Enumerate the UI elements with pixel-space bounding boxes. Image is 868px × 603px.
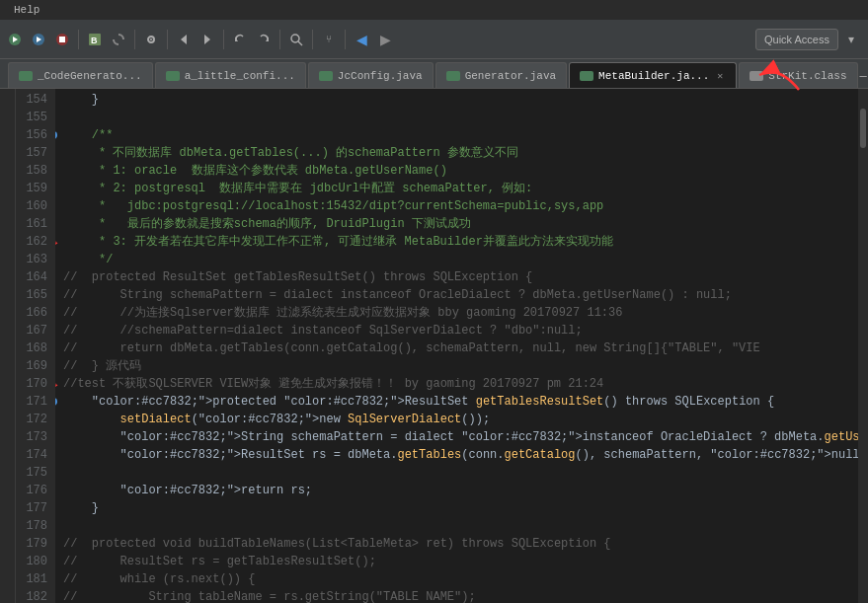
code-line-178 [63,517,858,535]
code-line-175 [63,464,858,482]
tabs-bar: _CodeGenerato... a_little_confi... JcCon… [0,59,868,89]
tab-2[interactable]: JcConfig.java [308,62,434,88]
code-line-169: // } 源代码 [63,357,858,375]
tab-icon-3 [446,71,460,81]
tab-close-4[interactable]: ✕ [714,70,726,82]
svg-text:B: B [91,36,98,45]
code-line-162: → * 3: 开发者若在其它库中发现工作不正常, 可通过继承 MetaBuild… [63,233,858,251]
minimize-btn[interactable]: — [860,70,867,84]
code-line-164: // protected ResultSet getTablesResultSe… [63,268,858,286]
quick-access-button[interactable]: Quick Access [755,29,838,50]
stop-btn[interactable] [51,29,73,50]
code-line-182: // String tableName = rs.getString("TABL… [63,588,858,603]
toolbar: B ⑂ ◀ ▶ Quick [0,20,868,59]
quick-access-label: Quick Access [764,34,829,45]
code-line-176: "color:#cc7832;">return rs; [63,482,858,499]
tab-icon-0 [19,71,33,81]
code-line-156: /** [63,126,858,144]
menu-help[interactable]: Help [8,2,45,18]
code-content-159: * 2: postgresql 数据库中需要在 jdbcUrl中配置 schem… [63,180,532,197]
code-line-165: // String schemaPattern = dialect instan… [63,286,858,304]
tab-4[interactable]: MetaBuilder.ja... ✕ [569,62,737,88]
code-content-176: "color:#cc7832;">return rs; [63,482,312,499]
code-content-174: "color:#cc7832;">ResultSet rs = dbMeta.g… [63,446,858,464]
tab-3[interactable]: Generator.java [435,62,567,88]
code-content-168: // return dbMeta.getTables(conn.getCatal… [63,339,760,357]
code-content-154: } [63,91,99,109]
run-btn[interactable] [4,29,26,50]
code-content-172: setDialect("color:#cc7832;">new SqlServe… [63,411,490,428]
code-content-158: * 1: oracle 数据库这个参数代表 dbMeta.getUserName… [63,162,447,180]
code-line-177: } [63,499,858,517]
more-btn[interactable]: ▾ [840,29,862,50]
scrollbar-vertical[interactable] [858,89,868,603]
code-content-167: // //schemaPattern=dialect instanceof Sq… [63,322,583,339]
code-line-154: } [63,91,858,109]
sep7 [345,30,346,49]
code-content-161: * 最后的参数就是搜索schema的顺序, DruidPlugin 下测试成功 [63,215,471,233]
code-content-180: // ResultSet rs = getTablesResultSet(); [63,553,376,570]
git-btn[interactable]: ⑂ [318,29,340,50]
sep3 [167,30,168,49]
code-line-172: setDialect("color:#cc7832;">new SqlServe… [63,411,858,428]
code-line-179: // protected void buildTableNames(List<T… [63,535,858,553]
search-btn[interactable] [285,29,307,50]
build-btn[interactable]: B [84,29,106,50]
code-content-164: // protected ResultSet getTablesResultSe… [63,268,532,286]
tab-0[interactable]: _CodeGenerato... [8,62,153,88]
code-content-173: "color:#cc7832;">String schemaPattern = … [63,428,858,446]
code-line-181: // while (rs.next()) { [63,570,858,588]
svg-point-9 [150,38,152,40]
code-content-160: * jdbc:postgresql://localhost:15432/dipt… [63,197,603,215]
svg-rect-5 [59,37,65,42]
code-content-169: // } 源代码 [63,357,141,375]
settings-btn[interactable] [140,29,162,50]
nav-right[interactable]: ▶ [374,29,396,50]
code-line-180: // ResultSet rs = getTablesResultSet(); [63,553,858,570]
editor-container: 1541551561571581591601611621631641651661… [0,89,868,603]
svg-marker-11 [204,35,210,44]
code-content-166: // //为连接Sqlserver数据库 过滤系统表生成对应数据对象 bby g… [63,304,622,322]
redo-btn[interactable] [253,29,275,50]
code-line-159: * 2: postgresql 数据库中需要在 jdbcUrl中配置 schem… [63,180,858,197]
code-content-179: // protected void buildTableNames(List<T… [63,535,611,553]
code-content-182: // String tableName = rs.getString("TABL… [63,588,476,603]
code-line-168: // return dbMeta.getTables(conn.getCatal… [63,339,858,357]
breakpoint-dot [55,398,57,406]
code-content-162: * 3: 开发者若在其它库中发现工作不正常, 可通过继承 MetaBuilder… [63,233,613,251]
code-content-177: } [63,499,99,517]
code-content-170: //test 不获取SQLSERVER VIEW对象 避免生成对象报错！！ by… [63,375,603,393]
left-gutter [0,89,16,603]
code-line-157: * 不同数据库 dbMeta.getTables(...) 的schemaPat… [63,144,858,162]
line-numbers: 1541551561571581591601611621631641651661… [16,89,55,603]
code-content-157: * 不同数据库 dbMeta.getTables(...) 的schemaPat… [63,144,518,162]
code-area[interactable]: } /** * 不同数据库 dbMeta.getTables(...) 的sch… [55,89,858,603]
sep5 [279,30,280,49]
tab-label-3: Generator.java [465,70,556,82]
tab-label-5: StrKit.class [768,70,846,82]
forward-btn[interactable] [197,29,218,50]
code-content-171: "color:#cc7832;">protected "color:#cc783… [63,393,774,411]
back-btn[interactable] [173,29,195,50]
tab-label-4: MetaBuilder.ja... [598,70,709,82]
menubar: Help [0,0,868,20]
toolbar-icons: B ⑂ ◀ ▶ [4,29,864,50]
code-line-158: * 1: oracle 数据库这个参数代表 dbMeta.getUserName… [63,162,858,180]
code-line-163: */ [63,251,858,268]
code-line-173: "color:#cc7832;">String schemaPattern = … [63,428,858,446]
tab-icon-1 [166,71,180,81]
sync-btn[interactable] [108,29,129,50]
code-line-161: * 最后的参数就是搜索schema的顺序, DruidPlugin 下测试成功 [63,215,858,233]
sep2 [134,30,135,49]
tab-5[interactable]: StrKit.class [739,62,857,88]
debug-btn[interactable] [28,29,49,50]
tab-label-1: a_little_confi... [185,70,295,82]
sep1 [78,30,79,49]
undo-btn[interactable] [229,29,251,50]
svg-line-15 [298,41,302,45]
tab-1[interactable]: a_little_confi... [155,62,306,88]
nav-left[interactable]: ◀ [351,29,372,50]
execution-arrow: → [55,376,57,394]
code-line-170: →//test 不获取SQLSERVER VIEW对象 避免生成对象报错！！ b… [63,375,858,393]
tab-icon-2 [319,71,333,81]
